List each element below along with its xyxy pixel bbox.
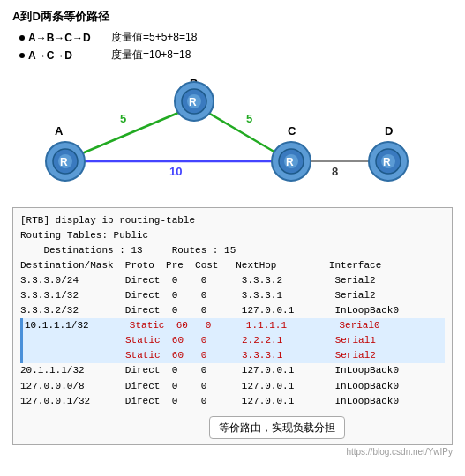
rt-row-4: 10.1.1.1/32 Static 60 0 1.1.1.1 Serial0: [25, 318, 445, 333]
svg-text:C: C: [288, 124, 296, 138]
rt-header-1: [RTB] display ip routing-table: [20, 213, 445, 228]
path-text-1: A→B→C→D: [28, 32, 99, 44]
main-container: A到D两条等价路径 A→B→C→D 度量值=5+5+8=18 A→C→D 度量值…: [0, 0, 465, 465]
diagram-svg: 5 5 10 8 A B C D R R: [21, 71, 445, 204]
svg-line-0: [76, 110, 184, 156]
svg-text:5: 5: [120, 112, 126, 125]
callout-text: 等价路由，实现负载分担: [209, 416, 345, 440]
svg-line-1: [204, 110, 281, 156]
rt-row-3: 3.3.3.2/32 Direct 0 0 127.0.0.1 InLoopBa…: [20, 303, 445, 318]
highlighted-block: 10.1.1.1/32 Static 60 0 1.1.1.1 Serial0 …: [20, 318, 445, 363]
page-title: A到D两条等价路径: [12, 9, 453, 25]
svg-text:R: R: [383, 156, 391, 168]
svg-text:R: R: [60, 156, 68, 168]
rt-header-3: Destinations : 13 Routes : 15: [20, 243, 445, 258]
svg-text:10: 10: [169, 165, 182, 178]
svg-text:A: A: [55, 124, 64, 138]
metric-text-2: 度量值=10+8=18: [111, 48, 191, 63]
rt-row-5: Static 60 0 2.2.2.1 Serial1: [25, 333, 445, 348]
path-text-2: A→C→D: [28, 49, 99, 62]
path-list: A→B→C→D 度量值=5+5+8=18 A→C→D 度量值=10+8=18: [19, 30, 453, 63]
rt-row-6: Static 60 0 3.3.3.1 Serial2: [25, 348, 445, 363]
path-item-2: A→C→D 度量值=10+8=18: [19, 48, 453, 63]
svg-text:R: R: [189, 96, 197, 108]
rt-row-8: 127.0.0.0/8 Direct 0 0 127.0.0.1 InLoopB…: [20, 379, 445, 394]
rt-row-1: 3.3.3.0/24 Direct 0 0 3.3.3.2 Serial2: [20, 273, 445, 288]
bullet-dot-1: [19, 35, 25, 41]
rt-header-2: Routing Tables: Public: [20, 228, 445, 243]
rt-row-9: 127.0.0.1/32 Direct 0 0 127.0.0.1 InLoop…: [20, 394, 445, 409]
rt-row-7: 20.1.1.1/32 Direct 0 0 127.0.0.1 InLoopB…: [20, 363, 445, 378]
svg-text:5: 5: [246, 112, 252, 125]
bullet-dot-2: [19, 53, 25, 58]
path-item-1: A→B→C→D 度量值=5+5+8=18: [19, 30, 453, 45]
rt-row-2: 3.3.3.1/32 Direct 0 0 3.3.3.1 Serial2: [20, 288, 445, 303]
routing-table-box: [RTB] display ip routing-table Routing T…: [12, 207, 453, 445]
svg-text:R: R: [286, 156, 294, 168]
svg-text:D: D: [385, 124, 393, 138]
metric-text-1: 度量值=5+5+8=18: [111, 30, 197, 45]
watermark: https://blog.csdn.net/YwIPy: [12, 447, 453, 457]
svg-text:8: 8: [332, 165, 338, 178]
network-diagram: 5 5 10 8 A B C D R R: [21, 71, 445, 204]
rt-col-header: Destination/Mask Proto Pre Cost NextHop …: [20, 258, 445, 273]
